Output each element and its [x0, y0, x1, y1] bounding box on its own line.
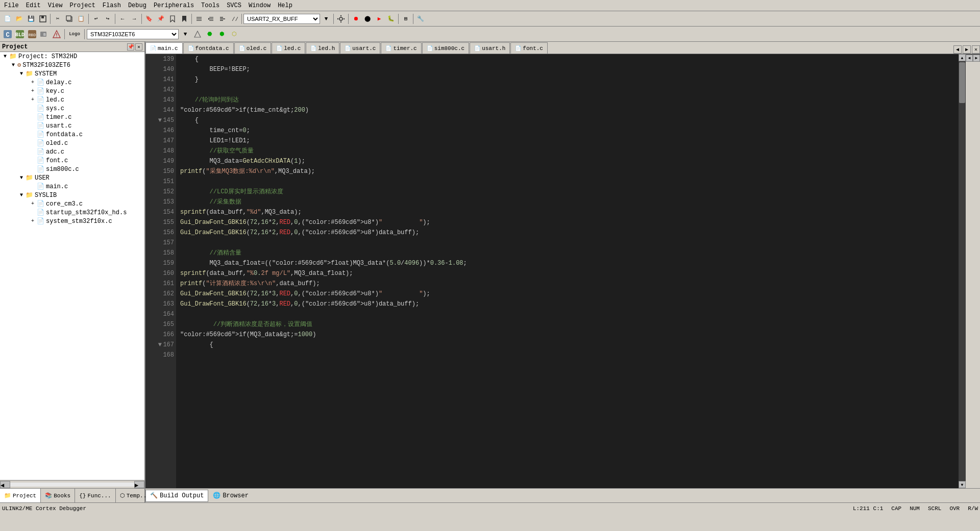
- redo-button[interactable]: ↪: [102, 13, 113, 24]
- tree-device[interactable]: ▼ ⚙ STM32F103ZET6: [0, 61, 144, 69]
- editor-hscrollbar[interactable]: ◀ ▶: [966, 54, 980, 61]
- menu-file[interactable]: File: [1, 1, 22, 10]
- tree-sys-c[interactable]: 📄 sys.c: [0, 104, 144, 113]
- nav-forward-button[interactable]: →: [129, 13, 140, 24]
- tree-core-cm3-c[interactable]: + 📄 core_cm3.c: [0, 199, 144, 208]
- comment-button[interactable]: [217, 13, 228, 24]
- tree-timer-c[interactable]: 📄 timer.c: [0, 113, 144, 121]
- menu-peripherals[interactable]: Peripherals: [151, 1, 197, 10]
- target-combo[interactable]: USART2_RX_BUFF: [243, 14, 320, 24]
- menu-svcs[interactable]: SVCS: [224, 1, 244, 10]
- batch-btn[interactable]: B: [39, 29, 50, 40]
- target-combo-expand[interactable]: ▼: [321, 13, 332, 24]
- tree-system-folder[interactable]: ▼ 📁 SYSTEM: [0, 69, 144, 78]
- settings-button[interactable]: [335, 13, 347, 24]
- tree-fontdata-c[interactable]: 📄 fontdata.c: [0, 130, 144, 139]
- tree-led-c[interactable]: + 📄 led.c: [0, 95, 144, 104]
- compile-btn[interactable]: C: [2, 29, 13, 40]
- tree-usart-c[interactable]: 📄 usart.c: [0, 121, 144, 130]
- scroll-up-btn[interactable]: ▲: [959, 54, 966, 61]
- editor-vscrollbar[interactable]: ▲ ▼: [959, 54, 966, 488]
- save-all-button[interactable]: [37, 13, 48, 24]
- code-content[interactable]: { BEEP=!BEEP; } //轮询时间到达 "color:#569cd6"…: [176, 54, 959, 488]
- tab-led-c[interactable]: 📄 led.c: [272, 42, 305, 54]
- tree-sim800c-c[interactable]: 📄 sim800c.c: [0, 165, 144, 173]
- hscroll-left[interactable]: ◀: [966, 55, 973, 62]
- tree-user-folder[interactable]: ▼ 📁 USER: [0, 173, 144, 182]
- tab-main-c[interactable]: 📄 main.c: [145, 42, 183, 54]
- scroll-right-btn[interactable]: ▶: [134, 481, 144, 488]
- tab-font-c[interactable]: 📄 font.c: [510, 42, 548, 54]
- bottom-tab-build-output[interactable]: 🔨 Build Output: [145, 490, 208, 502]
- tab-scroll-left[interactable]: ◀: [953, 45, 962, 54]
- record-button[interactable]: ⏺: [350, 13, 361, 24]
- tab-sim800c-c[interactable]: 📄 sim800c.c: [422, 42, 469, 54]
- tree-key-c[interactable]: + 📄 key.c: [0, 87, 144, 95]
- rebuild-btn[interactable]: RBD: [27, 29, 38, 40]
- proj-tab-books[interactable]: 📚 Books: [41, 489, 75, 502]
- tree-adc-c[interactable]: 📄 adc.c: [0, 147, 144, 156]
- flash-green-btn[interactable]: ⬣: [204, 29, 215, 40]
- window-button[interactable]: ⊞: [400, 13, 411, 24]
- paste-button[interactable]: 📋: [76, 13, 87, 24]
- save-button[interactable]: 💾: [26, 13, 37, 24]
- menu-debug[interactable]: Debug: [125, 1, 150, 10]
- flash-erase-btn[interactable]: ⬡: [229, 29, 240, 40]
- new-file-button[interactable]: 📄: [2, 13, 13, 24]
- tree-delay-c[interactable]: + 📄 delay.c: [0, 78, 144, 87]
- stop2-btn[interactable]: [51, 29, 62, 40]
- menu-tools[interactable]: Tools: [198, 1, 223, 10]
- cut-button[interactable]: ✂: [52, 13, 63, 24]
- bookmark3-button[interactable]: [167, 13, 178, 24]
- menu-flash[interactable]: Flash: [100, 1, 124, 10]
- proj-tab-func[interactable]: {} Func...: [75, 489, 115, 502]
- tree-main-c[interactable]: 📄 main.c: [0, 182, 144, 191]
- tab-usart-h[interactable]: 📄 usart.h: [470, 42, 510, 54]
- debug-button[interactable]: 🐛: [385, 13, 397, 24]
- menu-edit[interactable]: Edit: [23, 1, 44, 10]
- menu-help[interactable]: Help: [275, 1, 296, 10]
- tree-project-root[interactable]: ▼ 📁 Project: STM32HD: [0, 52, 144, 61]
- nav-back-button[interactable]: ←: [117, 13, 128, 24]
- build-btn[interactable]: BLD: [14, 29, 26, 40]
- tab-oled-c[interactable]: 📄 oled.c: [234, 42, 272, 54]
- tab-scroll-right[interactable]: ▶: [963, 45, 971, 54]
- tab-close-all[interactable]: ✕: [972, 45, 980, 54]
- play-button[interactable]: ▶: [374, 13, 385, 24]
- tree-startup-s[interactable]: 📄 startup_stm32f10x_hd.s: [0, 208, 144, 217]
- unindent-button[interactable]: [205, 13, 216, 24]
- tree-oled-c[interactable]: 📄 oled.c: [0, 139, 144, 147]
- bookmark1-button[interactable]: 🔖: [143, 13, 155, 24]
- undo-button[interactable]: ↩: [90, 13, 102, 24]
- device-combo[interactable]: STM32F103ZET6: [87, 29, 179, 39]
- stop-button[interactable]: ⬤: [362, 13, 373, 24]
- tab-fontdata-c[interactable]: 📄 fontdata.c: [183, 42, 234, 54]
- menu-window[interactable]: Window: [246, 1, 274, 10]
- tab-led-h[interactable]: 📄 led.h: [306, 42, 339, 54]
- bottom-tab-browser[interactable]: 🌐 Browser: [208, 490, 253, 502]
- copy-button[interactable]: [64, 13, 75, 24]
- hscroll-right[interactable]: ▶: [973, 55, 980, 62]
- bookmark2-button[interactable]: 📌: [155, 13, 166, 24]
- code-editor[interactable]: 139 140 141 142 143 144 ▼ 145 146 147 14…: [145, 54, 980, 488]
- menu-view[interactable]: View: [45, 1, 66, 10]
- open-file-button[interactable]: 📂: [14, 13, 25, 24]
- tab-usart-c[interactable]: 📄 usart.c: [340, 42, 380, 54]
- tree-syslib-folder[interactable]: ▼ 📁 SYSLIB: [0, 191, 144, 199]
- indent-button[interactable]: [193, 13, 205, 24]
- device-dropdown[interactable]: ▼: [180, 29, 191, 40]
- bookmark4-button[interactable]: [179, 13, 190, 24]
- tools-button[interactable]: 🔧: [415, 13, 426, 24]
- tree-system-c[interactable]: + 📄 system_stm32f10x.c: [0, 217, 144, 225]
- panel-pin-button[interactable]: 📌: [127, 43, 134, 50]
- menu-project[interactable]: Project: [66, 1, 98, 10]
- panel-close-button[interactable]: ✕: [135, 43, 142, 50]
- proj-tab-project[interactable]: 📁 Project: [0, 489, 41, 502]
- project-hscrollbar[interactable]: ◀ ▶: [0, 480, 144, 488]
- scroll-left-btn[interactable]: ◀: [0, 481, 10, 488]
- flash-btn[interactable]: ⬢: [216, 29, 228, 40]
- device-settings[interactable]: [192, 29, 203, 40]
- scroll-down-btn[interactable]: ▼: [959, 481, 966, 488]
- tree-font-c[interactable]: 📄 font.c: [0, 156, 144, 165]
- tab-timer-c[interactable]: 📄 timer.c: [381, 42, 421, 54]
